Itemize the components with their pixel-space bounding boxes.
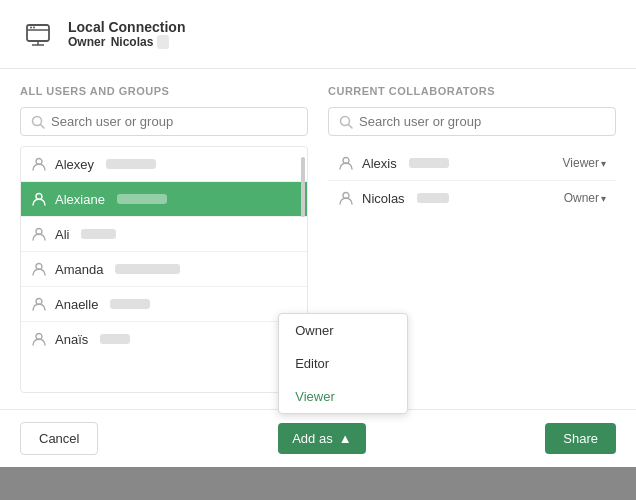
collaborator-tag [417, 193, 449, 203]
collaborator-avatar-icon [338, 155, 354, 171]
owner-badge [157, 35, 169, 49]
add-as-label: Add as [292, 431, 332, 446]
user-name: Alexey [55, 157, 94, 172]
add-as-button[interactable]: Add as ▲ [278, 423, 365, 454]
modal-header: Local Connection Owner Nicolas [0, 0, 636, 69]
left-search-input[interactable] [51, 114, 297, 129]
user-tag [115, 264, 180, 274]
user-tag [110, 299, 150, 309]
svg-line-7 [41, 124, 45, 128]
dropdown-item-owner[interactable]: Owner [279, 314, 407, 347]
bottom-bar [0, 467, 636, 500]
user-avatar-icon [31, 156, 47, 172]
left-search-icon [31, 115, 45, 129]
collaborators-label: CURRENT COLLABORATORS [328, 85, 616, 97]
connection-title: Local Connection [68, 19, 185, 35]
user-avatar-icon [31, 226, 47, 242]
owner-name: Nicolas [111, 35, 154, 49]
owner-label: Owner [68, 35, 105, 49]
collaborator-name: Alexis [362, 156, 397, 171]
user-tag [106, 159, 156, 169]
add-as-group: Owner Editor Viewer Add as ▲ [278, 423, 365, 454]
role-label: Owner [564, 191, 599, 205]
owner-info: Owner Nicolas [68, 35, 185, 49]
role-label: Viewer [563, 156, 599, 170]
list-item[interactable]: Anaïs [21, 322, 307, 356]
collaborator-item: Alexis Viewer ▾ [328, 146, 616, 181]
user-avatar-icon [31, 261, 47, 277]
user-avatar-icon [31, 191, 47, 207]
add-as-chevron-icon: ▲ [339, 431, 352, 446]
user-name: Amanda [55, 262, 103, 277]
svg-line-15 [349, 124, 353, 128]
user-name: Anaelle [55, 297, 98, 312]
header-text-block: Local Connection Owner Nicolas [68, 19, 185, 49]
all-users-label: ALL USERS AND GROUPS [20, 85, 308, 97]
user-avatar-icon [31, 296, 47, 312]
chevron-down-icon: ▾ [601, 193, 606, 204]
add-as-dropdown: Owner Editor Viewer [278, 313, 408, 414]
right-search-input[interactable] [359, 114, 605, 129]
cancel-button[interactable]: Cancel [20, 422, 98, 455]
collaborator-name: Nicolas [362, 191, 405, 206]
user-tag [117, 194, 167, 204]
list-item[interactable]: Amanda [21, 252, 307, 287]
dropdown-item-viewer[interactable]: Viewer [279, 380, 407, 413]
collaborator-role[interactable]: Viewer ▾ [563, 156, 606, 170]
list-item[interactable]: Alexey [21, 147, 307, 182]
svg-point-5 [33, 27, 35, 29]
collaborator-tag [409, 158, 449, 168]
left-column: ALL USERS AND GROUPS Alexey [20, 85, 308, 393]
dropdown-item-editor[interactable]: Editor [279, 347, 407, 380]
user-tag [81, 229, 116, 239]
user-name: Ali [55, 227, 69, 242]
user-name: Alexiane [55, 192, 105, 207]
list-item[interactable]: Anaelle [21, 287, 307, 322]
list-item[interactable]: Ali [21, 217, 307, 252]
scrollbar[interactable] [301, 157, 305, 217]
chevron-down-icon: ▾ [601, 158, 606, 169]
user-name: Anaïs [55, 332, 88, 347]
share-button[interactable]: Share [545, 423, 616, 454]
user-avatar-icon [31, 331, 47, 347]
right-search-box[interactable] [328, 107, 616, 136]
list-item[interactable]: Alexiane [21, 182, 307, 217]
svg-point-4 [30, 27, 32, 29]
right-search-icon [339, 115, 353, 129]
user-tag [100, 334, 130, 344]
left-search-box[interactable] [20, 107, 308, 136]
modal-footer: Cancel Owner Editor Viewer Add as ▲ Shar… [0, 409, 636, 467]
modal: Local Connection Owner Nicolas ALL USERS… [0, 0, 636, 467]
user-list: Alexey Alexiane Ali [20, 146, 308, 393]
connection-icon [20, 16, 56, 52]
collaborator-avatar-icon [338, 190, 354, 206]
collaborator-item: Nicolas Owner ▾ [328, 181, 616, 215]
collaborator-role[interactable]: Owner ▾ [564, 191, 606, 205]
